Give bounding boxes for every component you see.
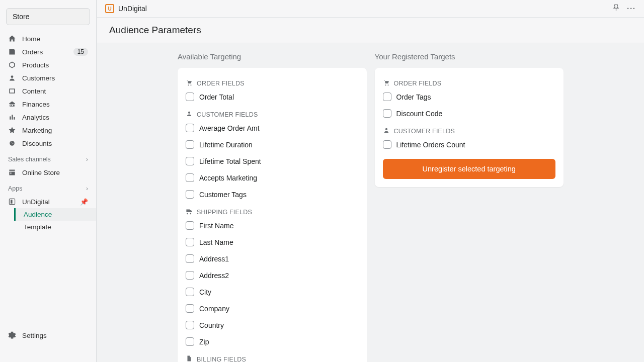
nav-badge: 15 (73, 48, 88, 56)
pin-icon[interactable]: 📌 (80, 198, 88, 206)
sidebar-item-content[interactable]: Content (0, 84, 96, 98)
checkbox[interactable] (186, 93, 194, 101)
store-selector-label: Store (13, 13, 29, 21)
checkbox[interactable] (383, 109, 391, 118)
products-icon (8, 61, 16, 69)
field-row[interactable]: First Name (186, 217, 359, 234)
checkbox[interactable] (186, 124, 194, 132)
sidebar-item-products[interactable]: Products (0, 58, 96, 71)
person-icon (383, 127, 390, 135)
chevron-right-icon: › (86, 185, 88, 192)
more-icon[interactable]: ··· (627, 5, 636, 13)
sidebar-item-orders[interactable]: Orders15 (0, 45, 96, 58)
field-row[interactable]: Country (186, 317, 359, 333)
checkbox[interactable] (186, 140, 194, 149)
field-row[interactable]: Lifetime Orders Count (383, 136, 556, 153)
registered-title: Your Registered Targets (375, 52, 564, 61)
sidebar-item-online-store[interactable]: Online Store (0, 166, 96, 179)
field-row[interactable]: Lifetime Total Spent (186, 153, 359, 169)
sidebar-item-analytics[interactable]: Analytics (0, 111, 96, 124)
nav-label: Marketing (22, 127, 52, 134)
finances-icon (8, 100, 16, 108)
nav-label: Content (22, 87, 46, 95)
nav-label: Discounts (22, 140, 52, 147)
checkbox[interactable] (186, 271, 194, 280)
sidebar-item-finances[interactable]: Finances (0, 98, 96, 111)
sidebar: Store HomeOrders15ProductsCustomersConte… (0, 0, 97, 362)
field-row[interactable]: Order Total (186, 88, 359, 105)
nav-label: Online Store (22, 169, 60, 176)
group-label: CUSTOMER FIELDS (197, 111, 258, 118)
nav-label: Finances (22, 101, 50, 108)
sidebar-item-customers[interactable]: Customers (0, 71, 96, 84)
checkbox[interactable] (186, 173, 194, 182)
field-label: Zip (199, 338, 209, 346)
field-label: Accepts Marketing (199, 174, 257, 182)
sidebar-item-home[interactable]: Home (0, 32, 96, 45)
checkbox[interactable] (186, 321, 194, 329)
pin-icon[interactable] (612, 4, 620, 13)
group-label: ORDER FIELDS (197, 80, 245, 87)
app-icon (8, 198, 16, 206)
checkbox[interactable] (186, 304, 194, 313)
group-header-billing-fields: BILLING FIELDS (186, 352, 359, 362)
sidebar-item-undigital[interactable]: UnDigital 📌 (0, 195, 96, 208)
group-label: SHIPPING FIELDS (197, 209, 252, 216)
available-card: ORDER FIELDSOrder TotalCUSTOMER FIELDSAv… (178, 68, 367, 362)
customers-icon (8, 74, 16, 82)
sidebar-item-settings[interactable]: Settings (0, 329, 96, 342)
analytics-icon (8, 113, 16, 121)
group-header-customer-fields: CUSTOMER FIELDS (383, 124, 556, 136)
marketing-icon (8, 126, 16, 134)
checkbox[interactable] (186, 254, 194, 263)
registered-card: ORDER FIELDSOrder TagsDiscount CodeCUSTO… (375, 68, 564, 187)
field-row[interactable]: Average Order Amt (186, 120, 359, 136)
chevron-right-icon: › (86, 156, 88, 163)
field-row[interactable]: Company (186, 300, 359, 317)
checkbox[interactable] (383, 140, 391, 149)
subnav-audience[interactable]: Audience (14, 208, 96, 221)
group-header-order-fields: ORDER FIELDS (186, 76, 359, 88)
nav-label: UnDigital (22, 198, 50, 206)
checkbox[interactable] (383, 93, 391, 101)
page-title: Audience Parameters (97, 18, 644, 43)
store-selector[interactable]: Store (6, 8, 90, 25)
field-row[interactable]: Address2 (186, 267, 359, 284)
nav-label: Customers (22, 74, 55, 82)
unregister-button[interactable]: Unregister selected targeting (383, 159, 556, 179)
field-row[interactable]: Lifetime Duration (186, 136, 359, 153)
content-area: Available Targeting ORDER FIELDSOrder To… (97, 43, 644, 362)
field-row[interactable]: Address1 (186, 250, 359, 267)
field-label: Order Total (199, 93, 234, 101)
group-header-shipping-fields: SHIPPING FIELDS (186, 205, 359, 217)
discounts-icon (8, 139, 16, 147)
header-actions: ··· (612, 4, 636, 13)
field-row[interactable]: Accepts Marketing (186, 169, 359, 186)
field-row[interactable]: City (186, 284, 359, 300)
orders-icon (8, 48, 16, 56)
checkbox[interactable] (186, 337, 194, 346)
home-icon (8, 35, 16, 43)
field-row[interactable]: Order Tags (383, 88, 556, 105)
nav-label: Products (22, 61, 49, 69)
field-row[interactable]: Zip (186, 333, 359, 350)
group-header-customer-fields: CUSTOMER FIELDS (186, 107, 359, 120)
field-row[interactable]: Customer Tags (186, 186, 359, 203)
apps-header[interactable]: Apps › (0, 179, 96, 195)
field-label: Order Tags (396, 93, 431, 101)
checkbox[interactable] (186, 238, 194, 246)
field-label: Company (199, 305, 229, 313)
sales-channels-header[interactable]: Sales channels › (0, 150, 96, 166)
person-icon (186, 110, 193, 119)
field-row[interactable]: Discount Code (383, 105, 556, 122)
sidebar-item-discounts[interactable]: Discounts (0, 137, 96, 150)
primary-nav: HomeOrders15ProductsCustomersContentFina… (0, 32, 96, 150)
checkbox[interactable] (186, 190, 194, 199)
checkbox[interactable] (186, 288, 194, 296)
sidebar-item-marketing[interactable]: Marketing (0, 124, 96, 137)
subnav-template[interactable]: Template (16, 221, 96, 233)
checkbox[interactable] (186, 157, 194, 165)
field-row[interactable]: Last Name (186, 234, 359, 250)
file-icon (186, 355, 193, 362)
checkbox[interactable] (186, 221, 194, 230)
